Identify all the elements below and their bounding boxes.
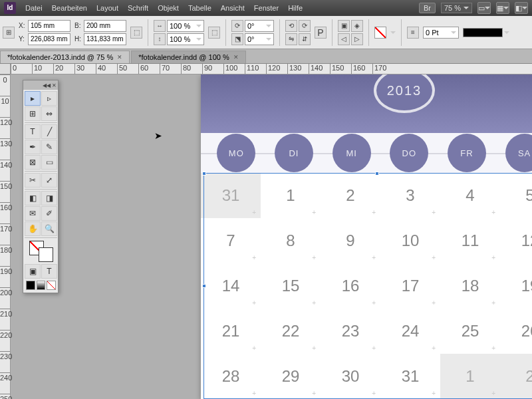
gradient-swatch-tool[interactable]: ◧ (25, 191, 41, 205)
flip-h-icon[interactable]: ⇋ (285, 33, 297, 45)
gap-tool[interactable]: ⇔ (41, 106, 57, 121)
panel-icon: ◧ (515, 4, 522, 13)
view-mode-icon[interactable]: ▭ (477, 2, 491, 14)
menu-fenster[interactable]: Fenster (254, 4, 279, 12)
shear-icon: ⬔ (231, 33, 243, 45)
apply-black[interactable] (26, 281, 35, 290)
select-next-icon[interactable]: ▷ (351, 33, 363, 45)
chevron-down-icon[interactable] (504, 31, 509, 34)
arrange-icon[interactable]: ▦ (496, 2, 509, 14)
weekday-mi: MI (332, 134, 371, 172)
canvas-area[interactable]: 2013 MO DI MI DO FR SA 31123457891011121… (11, 74, 532, 399)
chevron-down-icon (503, 7, 509, 9)
apply-color-text[interactable]: T (41, 264, 57, 279)
selection-handle[interactable] (202, 284, 206, 288)
gradient-feather-tool[interactable]: ◨ (41, 191, 57, 205)
menu-bearbeiten[interactable]: Bearbeiten (52, 4, 87, 12)
horizontal-ruler[interactable]: 0102030405060708090100110120130140150160… (11, 64, 532, 74)
w-input[interactable]: 200 mm (84, 20, 126, 32)
pencil-tool[interactable]: ✎ (41, 140, 57, 154)
ruler-tick: 170 (372, 64, 394, 74)
menu-objekt[interactable]: Objekt (158, 4, 179, 12)
ruler-tick: 10 (0, 96, 10, 117)
h-label: H: (74, 35, 82, 43)
free-transform-tool[interactable]: ⤢ (41, 173, 57, 188)
apply-gradient[interactable] (37, 281, 46, 290)
rotate-cw-icon[interactable]: ⟳ (299, 20, 311, 32)
menu-datei[interactable]: Datei (25, 4, 43, 12)
flip-v-icon[interactable]: ⇵ (299, 33, 311, 45)
y-input[interactable]: 226,083 mm (28, 33, 70, 45)
select-container-icon[interactable]: ▣ (338, 20, 350, 32)
line-tool[interactable]: ╱ (41, 124, 57, 139)
constrain-wh-icon[interactable]: ⬚ (130, 27, 142, 39)
stroke-proxy[interactable] (39, 247, 53, 262)
selection-handle[interactable] (375, 172, 379, 176)
hero-image[interactable]: 2013 (201, 74, 532, 133)
document-tab[interactable]: *fotokalender.indd @ 100 %✕ (131, 51, 246, 63)
ruler-tick: 130 (287, 64, 309, 74)
vertical-ruler[interactable]: 0101201301401501601701801902002102202302… (0, 74, 11, 399)
menu-layout[interactable]: Layout (96, 4, 118, 12)
menu-tabelle[interactable]: Tabelle (188, 4, 211, 12)
ruler-tick: 70 (160, 64, 181, 74)
page-tool[interactable]: ⊞ (25, 106, 41, 121)
scale-y-input[interactable]: 100 % (167, 33, 204, 45)
chevron-down-icon (451, 31, 456, 34)
stroke-weight-input[interactable]: 0 Pt (423, 27, 459, 39)
apply-none[interactable] (47, 281, 56, 290)
divider (25, 189, 57, 190)
year-badge[interactable]: 2013 (374, 74, 435, 113)
chevron-down-icon (196, 25, 201, 27)
zoom-dropdown[interactable]: 75 % (441, 3, 472, 13)
rotate-input[interactable]: 0° (245, 20, 274, 32)
rotate-ccw-icon[interactable]: ⟲ (285, 20, 297, 32)
fill-swatch[interactable] (374, 27, 386, 39)
ruler-origin[interactable] (0, 64, 11, 74)
x-label: X: (19, 22, 27, 29)
ruler-tick: 110 (245, 64, 266, 74)
menu-schrift[interactable]: Schrift (128, 4, 148, 12)
hand-tool[interactable]: ✋ (25, 221, 41, 236)
zoom-tool[interactable]: 🔍 (41, 221, 57, 236)
note-tool[interactable]: ✉ (25, 206, 41, 221)
h-input[interactable]: 131,833 mm (84, 33, 126, 45)
selection-frame[interactable] (203, 173, 532, 399)
scissors-tool[interactable]: ✂ (25, 173, 41, 188)
ruler-tick: 40 (96, 64, 117, 74)
menu-hilfe[interactable]: Hilfe (288, 4, 303, 12)
ruler-tick: 250 (0, 394, 10, 399)
selection-tool[interactable]: ▸ (25, 91, 41, 106)
toolbox-panel[interactable]: ◀◀ ✕ ▸ ▹ ⊞ ⇔ T ╱ ✒ ✎ ⊠ ▭ ✂ ⤢ ◧ ◨ ✉ ✐ ✋ 🔍 (23, 80, 59, 293)
stroke-weight-value: 0 Pt (426, 29, 439, 37)
type-tool[interactable]: T (25, 124, 41, 139)
workspace-icon[interactable]: ◧ (515, 2, 528, 14)
chevron-down-icon (196, 38, 201, 41)
selection-handle[interactable] (202, 172, 206, 176)
select-content-icon[interactable]: ◈ (351, 20, 363, 32)
constrain-scale-icon[interactable]: ⬚ (208, 27, 220, 39)
document-tab[interactable]: *fotokalender-2013.indd @ 75 %✕ (0, 51, 130, 63)
eyedropper-tool[interactable]: ✐ (41, 206, 57, 221)
ruler-tick: 190 (0, 266, 10, 287)
direct-selection-tool[interactable]: ▹ (41, 91, 57, 106)
pen-tool[interactable]: ✒ (25, 140, 41, 154)
ruler-tick: 100 (223, 64, 245, 74)
menu-ansicht[interactable]: Ansicht (221, 4, 245, 12)
rectangle-frame-tool[interactable]: ⊠ (25, 155, 41, 170)
rectangle-tool[interactable]: ▭ (41, 155, 57, 170)
p-icon[interactable]: P (315, 27, 327, 39)
apply-color-container[interactable]: ▣ (25, 264, 41, 279)
chevron-down-icon[interactable] (390, 31, 396, 34)
x-input[interactable]: 105 mm (28, 20, 70, 32)
close-icon[interactable]: ✕ (233, 54, 239, 61)
stroke-style-swatch[interactable] (463, 28, 503, 37)
close-icon[interactable]: ✕ (117, 54, 122, 61)
bridge-button[interactable]: Br (419, 3, 436, 13)
select-prev-icon[interactable]: ◁ (338, 33, 350, 45)
scale-x-input[interactable]: 100 % (167, 20, 204, 32)
shear-input[interactable]: 0° (245, 33, 274, 45)
fill-stroke-proxy[interactable] (29, 241, 53, 262)
ref-point-icon[interactable]: ⊞ (3, 27, 15, 39)
toolbox-header[interactable]: ◀◀ ✕ (23, 80, 58, 90)
